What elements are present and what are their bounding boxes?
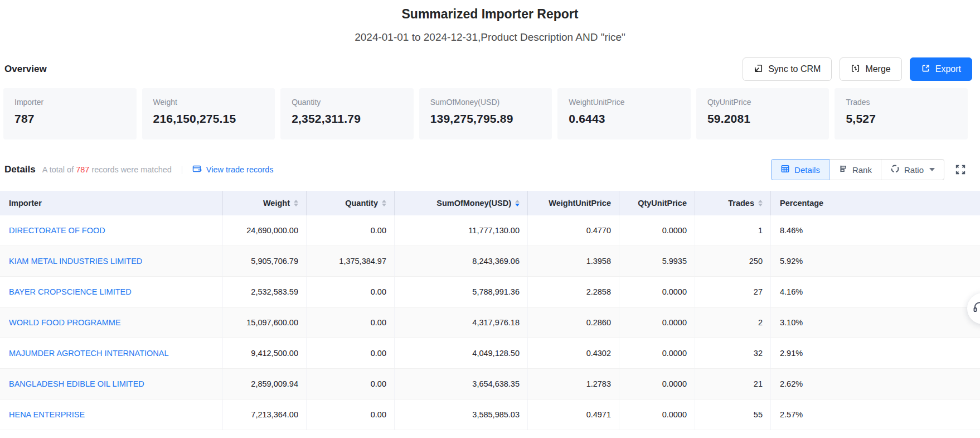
overview-heading: Overview xyxy=(4,64,47,75)
view-mode-rank[interactable]: Rank xyxy=(829,159,881,180)
overview-actions: Sync to CRM Merge Export xyxy=(743,57,972,81)
stat-card-label: Trades xyxy=(846,98,957,107)
stat-card-label: WeightUnitPrice xyxy=(569,98,680,107)
weight-unit-price-cell: 1.2783 xyxy=(528,369,619,399)
overview-bar: Overview Sync to CRM Merge Export xyxy=(0,57,980,81)
ratio-circle-icon xyxy=(890,164,900,175)
report-header: Summarized Importer Report 2024-01-01 to… xyxy=(0,0,980,45)
records-matched-count: 787 xyxy=(76,165,89,174)
column-header-label: Trades xyxy=(728,199,754,208)
export-icon xyxy=(921,64,930,75)
view-mode-switch: Details Rank Ratio xyxy=(771,159,944,180)
stat-card: Weight 216,150,275.15 xyxy=(142,88,275,139)
table-row: HENA ENTERPRISE 7,213,364.00 0.00 3,585,… xyxy=(0,400,980,430)
table-row: DIRECTORATE OF FOOD 24,690,000.00 0.00 1… xyxy=(0,215,980,246)
sort-toggle[interactable] xyxy=(294,200,298,206)
table-grid-icon xyxy=(780,164,790,175)
headset-icon xyxy=(972,300,980,317)
column-header-label: Weight xyxy=(263,199,290,208)
column-header-label: Percentage xyxy=(780,199,823,208)
stat-card: QtyUnitPrice 59.2081 xyxy=(696,88,829,139)
table-body: DIRECTORATE OF FOOD 24,690,000.00 0.00 1… xyxy=(0,215,980,430)
overview-stat-cards: Importer 787 Weight 216,150,275.15 Quant… xyxy=(0,88,980,139)
trades-cell: 55 xyxy=(695,400,771,430)
weight-unit-price-cell: 0.4770 xyxy=(528,215,619,246)
importer-link[interactable]: BANGLADESH EDIBLE OIL LIMITED xyxy=(0,369,223,399)
importer-link[interactable]: KIAM METAL INDUSTRIES LIMITED xyxy=(0,246,223,276)
view-mode-details[interactable]: Details xyxy=(771,159,829,180)
importer-link[interactable]: WORLD FOOD PROGRAMME xyxy=(0,307,223,338)
view-mode-rank-label: Rank xyxy=(852,165,872,175)
view-mode-ratio[interactable]: Ratio xyxy=(881,159,944,180)
column-header-label: Importer xyxy=(9,199,42,208)
column-header-percentage: Percentage xyxy=(771,191,980,215)
column-header-weight: Weight xyxy=(223,191,307,215)
importer-link[interactable]: MAJUMDER AGROTECH INTERNATIONAL xyxy=(0,338,223,368)
rank-bars-icon xyxy=(838,164,848,175)
stat-card-label: Importer xyxy=(14,98,125,107)
quantity-cell: 1,375,384.97 xyxy=(307,246,395,276)
sort-toggle[interactable] xyxy=(382,200,386,206)
table-row: BANGLADESH EDIBLE OIL LIMITED 2,859,009.… xyxy=(0,369,980,400)
details-toolbar-left: Details A total of787records were matche… xyxy=(4,164,273,175)
page-title: Summarized Importer Report xyxy=(0,6,980,22)
details-heading: Details xyxy=(4,164,36,175)
sum-of-money-cell: 8,243,369.06 xyxy=(395,246,528,276)
trades-cell: 32 xyxy=(695,338,771,368)
qty-unit-price-cell: 0.0000 xyxy=(619,338,695,368)
importer-link[interactable]: HENA ENTERPRISE xyxy=(0,400,223,430)
column-header-weight_unit_price: WeightUnitPrice xyxy=(528,191,619,215)
table-row: KIAM METAL INDUSTRIES LIMITED 5,905,706.… xyxy=(0,246,980,277)
weight-cell: 9,412,500.00 xyxy=(223,338,307,368)
trades-cell: 27 xyxy=(695,277,771,307)
quantity-cell: 0.00 xyxy=(307,307,395,338)
percentage-cell: 2.62% xyxy=(771,369,980,399)
weight-unit-price-cell: 0.4971 xyxy=(528,400,619,430)
importer-link[interactable]: BAYER CROPSCIENCE LIMITED xyxy=(0,277,223,307)
trades-cell: 2 xyxy=(695,307,771,338)
table-row: BAYER CROPSCIENCE LIMITED 2,532,583.59 0… xyxy=(0,277,980,307)
weight-unit-price-cell: 1.3958 xyxy=(528,246,619,276)
view-mode-details-label: Details xyxy=(794,165,820,175)
sort-toggle[interactable] xyxy=(515,200,520,206)
report-criteria-subtitle: 2024-01-01 to 2024-12-31,Product Descrip… xyxy=(0,30,980,45)
importer-link[interactable]: DIRECTORATE OF FOOD xyxy=(0,215,223,246)
details-toolbar: Details A total of787records were matche… xyxy=(0,158,980,181)
percentage-cell: 2.57% xyxy=(771,400,980,430)
trades-cell: 21 xyxy=(695,369,771,399)
weight-unit-price-cell: 0.4302 xyxy=(528,338,619,368)
weight-cell: 2,859,009.94 xyxy=(223,369,307,399)
qty-unit-price-cell: 0.0000 xyxy=(619,215,695,246)
column-header-label: WeightUnitPrice xyxy=(549,199,611,208)
view-trade-records-link[interactable]: View trade records xyxy=(192,165,274,175)
stat-card-value: 5,527 xyxy=(846,112,957,126)
sum-of-money-cell: 5,788,991.36 xyxy=(395,277,528,307)
sum-of-money-cell: 3,654,638.35 xyxy=(395,369,528,399)
qty-unit-price-cell: 0.0000 xyxy=(619,277,695,307)
column-header-label: SumOfMoney(USD) xyxy=(436,199,511,208)
column-header-sum_of_money: SumOfMoney(USD) xyxy=(395,191,528,215)
sort-toggle[interactable] xyxy=(758,200,763,206)
qty-unit-price-cell: 0.0000 xyxy=(619,369,695,399)
sum-of-money-cell: 11,777,130.00 xyxy=(395,215,528,246)
details-toolbar-right: Details Rank Ratio xyxy=(771,159,967,180)
fullscreen-button[interactable] xyxy=(954,163,967,176)
export-button[interactable]: Export xyxy=(910,57,972,81)
importer-details-table: Importer Weight Quantity SumOfMoney(USD)… xyxy=(0,191,980,430)
quantity-cell: 0.00 xyxy=(307,400,395,430)
sync-to-crm-button[interactable]: Sync to CRM xyxy=(743,57,832,81)
column-header-importer: Importer xyxy=(0,191,223,215)
percentage-cell: 5.92% xyxy=(771,246,980,276)
sync-to-crm-label: Sync to CRM xyxy=(768,64,821,74)
column-header-label: Quantity xyxy=(345,199,378,208)
trades-cell: 250 xyxy=(695,246,771,276)
stat-card: SumOfMoney(USD) 139,275,795.89 xyxy=(419,88,552,139)
table-row: MAJUMDER AGROTECH INTERNATIONAL 9,412,50… xyxy=(0,338,980,369)
qty-unit-price-cell: 0.0000 xyxy=(619,400,695,430)
export-label: Export xyxy=(935,64,961,74)
view-trade-records-label: View trade records xyxy=(206,165,274,174)
weight-cell: 2,532,583.59 xyxy=(223,277,307,307)
sum-of-money-cell: 4,317,976.18 xyxy=(395,307,528,338)
merge-button[interactable]: Merge xyxy=(840,57,901,81)
toolbar-divider xyxy=(182,166,182,174)
